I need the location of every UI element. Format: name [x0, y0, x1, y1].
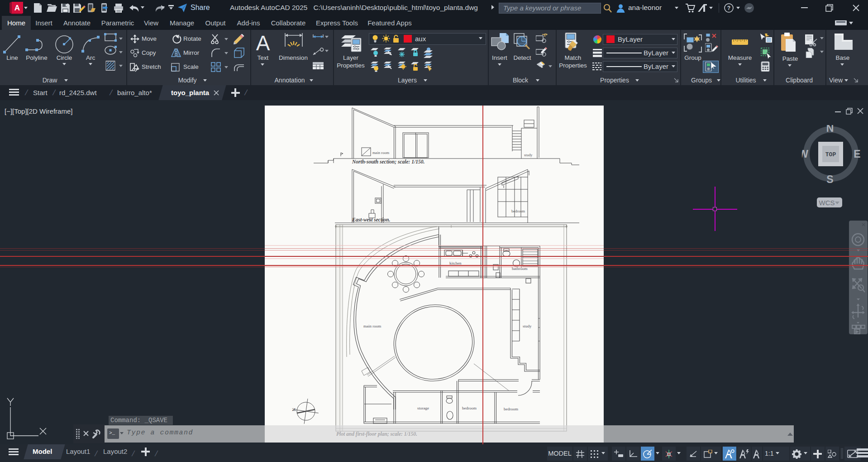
svg-text:bedroom: bedroom [462, 406, 477, 410]
svg-text:TOP: TOP [825, 151, 836, 158]
svg-text:main room: main room [372, 150, 389, 155]
svg-text:W: W [802, 148, 808, 160]
svg-text:N: N [291, 408, 296, 411]
svg-text:North-south section; scale:: North-south section; scale: 1/150. [352, 159, 424, 164]
svg-text:bedroom: bedroom [511, 209, 525, 213]
svg-text:E: E [854, 148, 860, 160]
svg-text:WCS: WCS [819, 199, 835, 207]
svg-text:East-west section.: East-west section. [352, 217, 390, 222]
svg-text:main room: main room [363, 324, 381, 328]
svg-text:A: A [14, 4, 20, 12]
svg-text:study: study [524, 153, 533, 157]
svg-text:bedroom: bedroom [504, 407, 518, 411]
svg-text:N: N [826, 125, 834, 134]
svg-text:?: ? [727, 5, 730, 11]
svg-text:storage: storage [417, 406, 429, 410]
svg-text:study: study [523, 324, 532, 328]
svg-text:S: S [826, 173, 833, 185]
